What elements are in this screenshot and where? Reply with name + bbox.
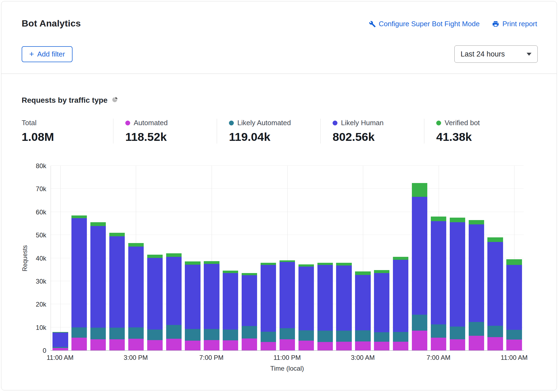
bar-segment-verified-bot <box>90 222 106 226</box>
bar-segment-likely-automated <box>223 330 238 340</box>
filter-row: + Add filter Last 24 hours <box>22 45 538 63</box>
stat-likely-human-label: Likely Human <box>341 119 384 127</box>
chevron-down-icon <box>527 53 531 56</box>
bar-segment-likely-human <box>109 236 125 328</box>
stacked-bar <box>242 273 257 350</box>
bar-segment-likely-automated <box>128 327 144 339</box>
configure-super-bot-fight-mode-link[interactable]: Configure Super Bot Fight Mode <box>369 20 480 28</box>
stat-verified-bot-label: Verified bot <box>445 119 480 127</box>
bar-segment-likely-automated <box>166 325 182 339</box>
bar-segment-likely-automated <box>242 326 257 338</box>
bar-segment-likely-human <box>261 265 276 332</box>
bar-segment-likely-human <box>412 197 427 314</box>
bar-segment-verified-bot <box>469 220 484 224</box>
bar-segment-likely-automated <box>487 326 503 337</box>
bar-segment-likely-human <box>147 258 163 330</box>
stacked-bar <box>450 218 465 350</box>
bar-segment-verified-bot <box>242 273 257 275</box>
stacked-bar <box>336 263 352 350</box>
x-axis-title: Time (local) <box>51 365 524 372</box>
bar-segment-likely-human <box>431 221 446 324</box>
stacked-bar <box>393 257 408 350</box>
bar-segment-likely-human <box>374 273 389 332</box>
bar-slot <box>467 166 486 350</box>
bar-segment-likely-human <box>450 222 465 327</box>
bar-segment-automated <box>374 342 389 350</box>
bar-segment-likely-human <box>71 218 87 327</box>
automated-legend-dot <box>125 121 130 125</box>
bar-slot <box>51 166 70 350</box>
bar-slot <box>486 166 505 350</box>
bar-segment-automated <box>242 338 257 350</box>
print-link-label: Print report <box>502 20 537 28</box>
bar-segment-likely-automated <box>204 329 219 340</box>
stacked-bar <box>128 243 144 350</box>
bar-segment-automated <box>90 339 106 350</box>
page-title: Bot Analytics <box>22 18 81 29</box>
stat-automated: Automated 118.52k <box>113 119 217 144</box>
bar-segment-automated <box>317 342 333 350</box>
bar-segment-automated <box>223 340 238 350</box>
stat-verified-bot: Verified bot 41.38k <box>424 119 528 144</box>
x-tick-label: 3:00 PM <box>124 354 148 361</box>
add-filter-button[interactable]: + Add filter <box>22 46 73 62</box>
bar-slot <box>334 166 353 350</box>
wrench-icon <box>369 21 376 28</box>
stat-total-value: 1.08M <box>22 130 113 144</box>
bar-slot <box>183 166 202 350</box>
add-filter-label: Add filter <box>37 50 65 58</box>
bar-slot <box>70 166 89 350</box>
y-tick-label: 70k <box>36 185 46 193</box>
bar-segment-likely-automated <box>109 328 125 339</box>
stacked-bar <box>90 222 106 350</box>
bar-segment-automated <box>147 340 163 350</box>
bar-slot <box>505 166 524 350</box>
y-tick-label: 10k <box>36 324 46 331</box>
bar-segment-automated <box>71 338 87 350</box>
bar-slot <box>448 166 467 350</box>
bar-slot <box>259 166 278 350</box>
bar-segment-likely-human <box>166 257 182 325</box>
stacked-bar <box>204 261 219 350</box>
bar-segment-verified-bot <box>223 271 238 273</box>
bar-segment-likely-automated <box>317 331 333 342</box>
bar-segment-likely-human <box>128 247 144 327</box>
bar-segment-likely-human <box>393 260 408 332</box>
bar-segment-likely-human <box>223 273 238 330</box>
chart-plot-area <box>51 166 524 351</box>
stacked-bar <box>52 332 68 350</box>
stat-total-label: Total <box>22 119 37 127</box>
stat-likely-human: Likely Human 802.56k <box>320 119 424 144</box>
requests-by-traffic-type-chart: Requests 010k20k30k40k50k60k70k80k 11:00… <box>20 166 524 372</box>
bar-segment-likely-automated <box>412 315 427 331</box>
bar-segment-likely-human <box>204 264 219 329</box>
print-report-link[interactable]: Print report <box>492 20 537 28</box>
bar-segment-likely-automated <box>374 332 389 342</box>
stacked-bar <box>374 270 389 350</box>
bar-segment-likely-human <box>469 224 484 322</box>
x-tick-label: 7:00 AM <box>426 354 450 361</box>
bar-segment-automated <box>298 341 314 350</box>
bar-segment-verified-bot <box>204 261 219 264</box>
bar-slot <box>410 166 429 350</box>
bar-segment-likely-automated <box>280 328 295 339</box>
bar-segment-likely-human <box>487 242 503 326</box>
bar-segment-likely-automated <box>185 329 200 341</box>
header-divider <box>1 74 557 74</box>
stacked-bar <box>298 264 314 350</box>
stat-likely-automated-value: 119.04k <box>229 130 320 144</box>
bar-segment-verified-bot <box>506 259 522 265</box>
y-tick-label: 60k <box>36 208 46 216</box>
y-tick-label: 50k <box>36 231 46 239</box>
bar-segment-automated <box>128 339 144 350</box>
time-range-select[interactable]: Last 24 hours <box>454 45 538 63</box>
bar-segment-automated <box>506 340 522 350</box>
header-links: Configure Super Bot Fight Mode Print rep… <box>369 18 537 28</box>
bar-slot <box>221 166 240 350</box>
bar-segment-likely-automated <box>355 330 370 341</box>
bar-segment-automated <box>469 336 484 350</box>
bar-segment-likely-automated <box>393 332 408 342</box>
stat-likely-automated: Likely Automated 119.04k <box>217 119 320 144</box>
bar-segment-verified-bot <box>450 218 465 222</box>
bar-segment-verified-bot <box>336 263 352 265</box>
